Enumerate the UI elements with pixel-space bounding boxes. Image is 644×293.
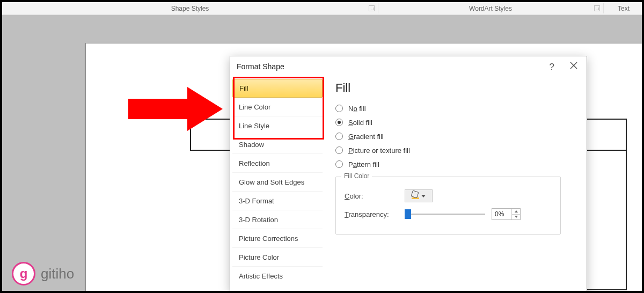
transparency-input[interactable]: 0%: [492, 208, 521, 220]
screenshot-stage: Shape Styles WordArt Styles Text Format …: [0, 0, 644, 293]
radio-dot-icon: [335, 146, 343, 154]
radio-dot-icon: [335, 105, 343, 112]
fill-pane: Fill No fill Solid fill Gradient fill Pi…: [325, 77, 587, 291]
watermark-text: gitiho: [41, 266, 74, 282]
category-item-artistic[interactable]: Artistic Effects: [232, 267, 323, 285]
ribbon: Shape Styles WordArt Styles Text: [2, 2, 642, 15]
color-picker-button[interactable]: [405, 189, 433, 202]
color-label: Color:: [345, 192, 398, 200]
category-item-glow[interactable]: Glow and Soft Edges: [232, 173, 323, 192]
chevron-down-icon: [515, 216, 518, 218]
radio-picture-fill[interactable]: Picture or texture fill: [335, 143, 576, 157]
transparency-value: 0%: [492, 210, 511, 218]
radio-dot-icon: [335, 119, 343, 126]
radio-pattern-fill[interactable]: Pattern fill: [335, 157, 576, 171]
radio-dot-icon: [335, 160, 343, 168]
category-item-fill[interactable]: Fill: [232, 79, 323, 98]
dialog-launcher-icon[interactable]: [369, 5, 375, 11]
slider-thumb[interactable]: [405, 209, 411, 219]
radio-dot-icon: [335, 133, 343, 140]
category-item-3d-format[interactable]: 3-D Format: [232, 192, 323, 210]
ribbon-group-label: Shape Styles: [171, 5, 209, 12]
dialog-title-text: Format Shape: [237, 62, 284, 71]
category-item-reflection[interactable]: Reflection: [232, 154, 323, 173]
ribbon-group-label: Text: [618, 5, 630, 12]
spinner-down-button[interactable]: [512, 215, 520, 220]
category-list: Fill Line Color Line Style Shadow Reflec…: [230, 77, 325, 291]
ribbon-group-text[interactable]: Text: [603, 2, 644, 14]
dialog-help-button[interactable]: ?: [546, 61, 558, 74]
slider-track: [405, 214, 485, 215]
watermark: g gitiho: [12, 262, 74, 285]
radio-solid-fill[interactable]: Solid fill: [335, 115, 576, 129]
radio-label: Gradient fill: [348, 133, 384, 141]
color-row: Color:: [345, 187, 552, 205]
category-item-3d-rotation[interactable]: 3-D Rotation: [232, 210, 323, 229]
category-item-line-style[interactable]: Line Style: [232, 116, 323, 135]
spinner-up-button[interactable]: [512, 209, 520, 215]
group-legend: Fill Color: [341, 172, 372, 180]
ribbon-separator: [603, 3, 604, 13]
radio-label: Pattern fill: [348, 160, 379, 169]
category-item-shadow[interactable]: Shadow: [232, 135, 323, 154]
category-item-pic-color[interactable]: Picture Color: [232, 248, 323, 267]
ribbon-group-shape-styles[interactable]: Shape Styles: [2, 2, 378, 14]
watermark-logo: g: [12, 262, 35, 285]
paint-bucket-icon: [412, 193, 419, 199]
radio-gradient-fill[interactable]: Gradient fill: [335, 129, 576, 143]
ribbon-group-label: WordArt Styles: [469, 5, 512, 12]
radio-no-fill[interactable]: No fill: [335, 101, 576, 115]
format-shape-dialog: Format Shape ? Fill Line Color Line Styl…: [230, 56, 587, 292]
dialog-launcher-icon[interactable]: [594, 5, 600, 11]
transparency-row: Transparency: 0%: [345, 205, 552, 223]
spinner: [511, 209, 520, 219]
category-item-line-color[interactable]: Line Color: [232, 98, 323, 116]
dialog-body: Fill Line Color Line Style Shadow Reflec…: [230, 77, 587, 291]
chevron-up-icon: [515, 210, 518, 213]
pane-heading: Fill: [335, 81, 576, 95]
radio-label: Picture or texture fill: [348, 146, 410, 155]
radio-label: Solid fill: [348, 119, 372, 127]
dialog-title: Format Shape: [230, 56, 587, 77]
transparency-slider[interactable]: [405, 209, 485, 219]
dialog-close-button[interactable]: [566, 60, 581, 72]
fill-color-group: Fill Color Color: Transparency:: [335, 177, 561, 235]
ribbon-separator: [378, 3, 378, 13]
close-icon: [570, 62, 577, 71]
radio-label: No fill: [348, 105, 366, 113]
category-item-pic-corrections[interactable]: Picture Corrections: [232, 229, 323, 248]
ribbon-group-wordart-styles[interactable]: WordArt Styles: [378, 2, 603, 14]
chevron-down-icon: [421, 195, 426, 197]
transparency-label: Transparency:: [345, 210, 398, 218]
